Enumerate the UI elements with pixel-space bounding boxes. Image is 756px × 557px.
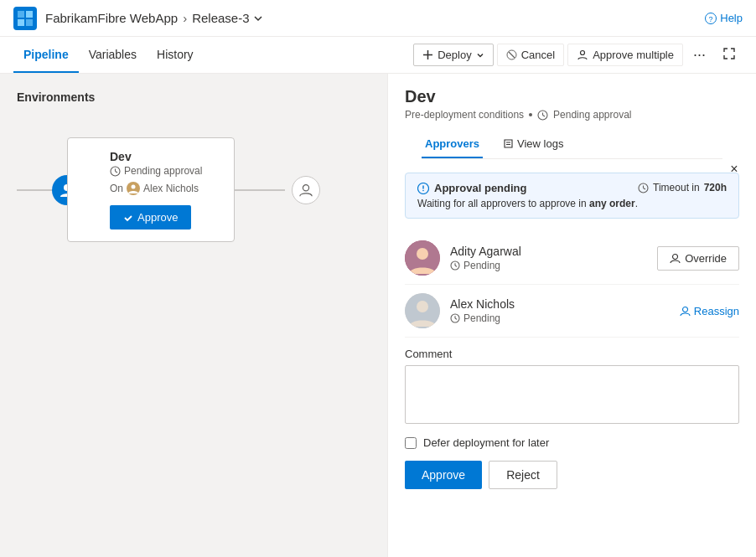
- tab-pipeline[interactable]: Pipeline: [13, 37, 79, 73]
- svg-point-24: [422, 189, 424, 191]
- defer-label[interactable]: Defer deployment for later: [423, 436, 549, 449]
- svg-rect-2: [18, 19, 24, 26]
- panel-subtitle: Pre-deployment conditions Pending approv…: [405, 109, 739, 121]
- right-panel: × Dev Pre-deployment conditions Pending …: [387, 74, 756, 557]
- timeout-value: 720h: [704, 182, 727, 193]
- view-logs-icon: [503, 138, 514, 149]
- cancel-button[interactable]: Cancel: [497, 44, 564, 66]
- override-icon: [670, 253, 681, 264]
- clock-icon: [110, 166, 121, 177]
- svg-point-33: [673, 254, 678, 259]
- defer-checkbox-row: Defer deployment for later: [405, 436, 739, 449]
- close-button[interactable]: ×: [722, 157, 746, 181]
- approver-avatar-adity: [405, 240, 440, 276]
- nav-tabs: Pipeline Variables History Deploy Cancel…: [0, 37, 756, 74]
- environments-title: Environments: [17, 90, 370, 104]
- approver-status-alex: Pending: [450, 312, 680, 324]
- comment-label: Comment: [405, 348, 739, 360]
- help-link[interactable]: ? Help: [705, 12, 743, 24]
- plus-icon: [422, 49, 433, 60]
- svg-rect-1: [26, 11, 33, 18]
- approve-button[interactable]: Approve: [110, 205, 191, 230]
- tab-history[interactable]: History: [147, 37, 204, 73]
- chevron-down-icon: [253, 13, 263, 23]
- panel-content: Approval pending Waiting for all approve…: [388, 159, 756, 557]
- svg-line-14: [116, 171, 118, 173]
- approver-avatar-alex: [405, 293, 440, 328]
- breadcrumb-sep: ›: [183, 11, 187, 25]
- nav-actions: Deploy Cancel Approve multiple ···: [413, 42, 743, 68]
- timeout-icon: [638, 183, 649, 193]
- approve-multiple-button[interactable]: Approve multiple: [567, 44, 683, 66]
- breadcrumb: FabrikamFibre WebApp › Release-3: [45, 11, 263, 25]
- env-on: On Alex Nichols: [110, 182, 220, 195]
- defer-checkbox[interactable]: [405, 437, 417, 449]
- approval-banner: Approval pending Waiting for all approve…: [405, 173, 739, 219]
- person-icon: [577, 49, 588, 61]
- more-options-button[interactable]: ···: [686, 42, 712, 68]
- approver-name-alex: Alex Nichols: [450, 297, 680, 311]
- left-panel: Environments Dev Pending approval On: [0, 74, 387, 557]
- override-button[interactable]: Override: [657, 246, 739, 271]
- deploy-button[interactable]: Deploy: [413, 44, 493, 66]
- svg-text:?: ?: [709, 15, 713, 23]
- banner-left: Approval pending Waiting for all approve…: [417, 182, 638, 209]
- svg-rect-0: [18, 11, 24, 18]
- banner-desc: Waiting for all approvers to approve in …: [417, 198, 638, 209]
- approver-info-adity: Adity Agarwal Pending: [450, 245, 657, 271]
- banner-right: Timeout in 720h: [638, 182, 727, 193]
- pipeline-line-right: [235, 189, 285, 191]
- user-mini-avatar: [127, 182, 140, 195]
- svg-point-10: [581, 50, 585, 54]
- env-node-dev: Dev Pending approval On Alex Nichols: [67, 137, 235, 242]
- help-icon: ?: [705, 13, 717, 24]
- timeout-label: Timeout in: [653, 182, 700, 193]
- approver-info-alex: Alex Nichols Pending: [450, 297, 680, 324]
- app-logo: [13, 7, 37, 30]
- tab-variables[interactable]: Variables: [79, 37, 147, 73]
- approver-row-1: Alex Nichols Pending Reassign: [405, 285, 739, 338]
- expand-icon: [722, 47, 736, 60]
- tab-view-logs[interactable]: View logs: [500, 131, 567, 158]
- deploy-chevron-icon: [476, 51, 484, 59]
- svg-rect-3: [26, 19, 33, 26]
- approver-name-adity: Adity Agarwal: [450, 245, 657, 258]
- subtitle-clock-icon: [537, 110, 548, 121]
- svg-point-29: [417, 248, 428, 260]
- expand-button[interactable]: [716, 43, 743, 67]
- svg-line-9: [509, 52, 515, 58]
- final-approve-button[interactable]: Approve: [405, 461, 482, 489]
- env-status: Pending approval: [110, 165, 220, 177]
- env-box: Dev Pending approval On Alex Nichols: [67, 137, 235, 242]
- pending-clock-icon-1: [450, 313, 460, 323]
- svg-line-38: [455, 318, 457, 319]
- action-row: Approve Reject: [405, 461, 739, 489]
- next-person-icon: [298, 183, 313, 198]
- pipeline-area: Dev Pending approval On Alex Nichols: [17, 121, 370, 259]
- subtitle-dot: [529, 113, 532, 116]
- svg-line-32: [455, 266, 457, 266]
- app-name[interactable]: FabrikamFibre WebApp: [45, 11, 178, 25]
- reassign-button[interactable]: Reassign: [680, 305, 739, 317]
- svg-point-39: [682, 307, 687, 312]
- approver-status-adity: Pending: [450, 260, 657, 271]
- cancel-icon: [506, 49, 517, 60]
- comment-input[interactable]: [405, 365, 739, 424]
- panel-tabs: Approvers View logs: [422, 131, 722, 159]
- svg-point-16: [303, 184, 308, 190]
- panel-title: Dev: [405, 87, 739, 106]
- svg-line-19: [543, 115, 546, 116]
- topbar: FabrikamFibre WebApp › Release-3 ? Help: [0, 0, 756, 37]
- panel-header: Dev Pre-deployment conditions Pending ap…: [388, 74, 756, 159]
- env-name: Dev: [110, 150, 220, 163]
- main-content: Environments Dev Pending approval On: [0, 74, 756, 557]
- approval-pending-icon: [417, 183, 429, 194]
- banner-title: Approval pending: [417, 182, 638, 194]
- approver-row-0: Adity Agarwal Pending Override: [405, 232, 739, 285]
- checkmark-icon: [123, 213, 133, 223]
- reject-button[interactable]: Reject: [489, 461, 557, 489]
- svg-point-35: [417, 301, 428, 312]
- pending-clock-icon-0: [450, 260, 460, 271]
- tab-approvers[interactable]: Approvers: [422, 131, 483, 158]
- release-name[interactable]: Release-3: [192, 11, 262, 25]
